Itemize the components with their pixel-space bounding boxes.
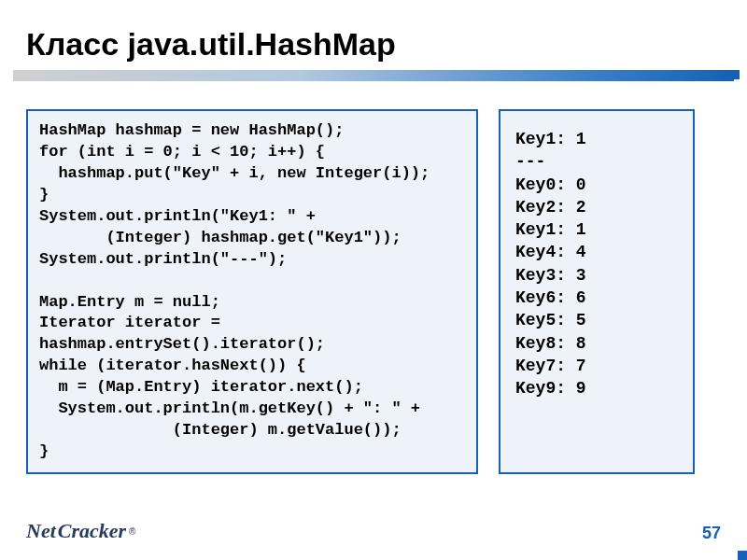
page-number: 57: [702, 524, 721, 543]
code-block-source: HashMap hashmap = new HashMap(); for (in…: [26, 109, 478, 474]
brand-logo: NetCracker®: [26, 519, 135, 543]
corner-bottom-right: [738, 551, 747, 560]
logo-registered: ®: [129, 526, 135, 537]
title-divider: [13, 70, 734, 81]
slide-title: Класс java.util.HashMap: [26, 26, 721, 63]
logo-cracker: Cracker: [58, 519, 126, 543]
code-block-output: Key1: 1 --- Key0: 0 Key2: 2 Key1: 1 Key4…: [499, 109, 695, 474]
corner-top-right: [730, 70, 740, 79]
footer: NetCracker® 57: [26, 519, 721, 543]
logo-net: Net: [26, 519, 56, 543]
slide: Класс java.util.HashMap HashMap hashmap …: [0, 0, 747, 560]
content-area: HashMap hashmap = new HashMap(); for (in…: [26, 109, 721, 474]
